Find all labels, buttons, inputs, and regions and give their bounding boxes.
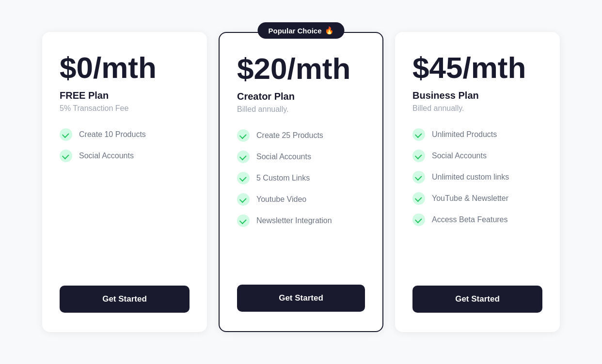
popular-badge: Popular Choice 🔥	[257, 22, 344, 39]
popular-badge-text: Popular Choice	[268, 27, 321, 35]
list-item: Youtube Video	[237, 193, 365, 206]
feature-text: Unlimited Products	[432, 130, 497, 139]
check-icon	[412, 171, 425, 183]
list-item: Create 10 Products	[60, 128, 190, 141]
plan-billing-free: 5% Transaction Fee	[60, 104, 190, 113]
feature-text: 5 Custom Links	[256, 174, 310, 182]
list-item: Newsletter Integration	[237, 214, 365, 227]
list-item: Access Beta Features	[412, 213, 542, 226]
list-item: Unlimited custom links	[412, 171, 542, 183]
check-icon	[412, 192, 425, 205]
get-started-button-creator[interactable]: Get Started	[237, 285, 365, 312]
check-icon	[60, 128, 72, 141]
feature-text: Newsletter Integration	[256, 216, 332, 225]
list-item: 5 Custom Links	[237, 172, 365, 184]
plan-card-free: $0/mth FREE Plan 5% Transaction Fee Crea…	[42, 32, 207, 332]
feature-text: Youtube Video	[256, 195, 306, 204]
plan-name-business: Business Plan	[412, 90, 542, 101]
plan-name-creator: Creator Plan	[237, 91, 365, 102]
feature-text: YouTube & Newsletter	[432, 194, 508, 203]
feature-text: Create 25 Products	[256, 131, 323, 140]
feature-text: Social Accounts	[432, 152, 487, 160]
plan-card-creator: Popular Choice 🔥 $20/mth Creator Plan Bi…	[219, 32, 383, 332]
plan-price-free: $0/mth	[60, 51, 190, 84]
check-icon	[237, 214, 250, 227]
check-icon	[237, 151, 250, 163]
plan-price-business: $45/mth	[412, 51, 542, 84]
list-item: Unlimited Products	[412, 128, 542, 141]
plan-billing-business: Billed annually.	[412, 104, 542, 113]
feature-text: Unlimited custom links	[432, 173, 509, 182]
get-started-button-business[interactable]: Get Started	[412, 286, 542, 313]
plan-card-business: $45/mth Business Plan Billed annually. U…	[395, 32, 560, 332]
check-icon	[237, 129, 250, 142]
check-icon	[412, 150, 425, 162]
list-item: Social Accounts	[412, 150, 542, 162]
check-icon	[412, 128, 425, 141]
list-item: Social Accounts	[60, 150, 190, 162]
plan-price-creator: $20/mth	[237, 52, 365, 85]
features-list-creator: Create 25 Products Social Accounts 5 Cus…	[237, 129, 365, 267]
list-item: YouTube & Newsletter	[412, 192, 542, 205]
check-icon	[237, 172, 250, 184]
feature-text: Access Beta Features	[432, 215, 508, 224]
features-list-free: Create 10 Products Social Accounts	[60, 128, 190, 268]
features-list-business: Unlimited Products Social Accounts Unlim…	[412, 128, 542, 268]
plan-billing-creator: Billed annually.	[237, 105, 365, 114]
feature-text: Social Accounts	[256, 152, 311, 161]
fire-icon: 🔥	[325, 26, 334, 35]
check-icon	[237, 193, 250, 206]
get-started-button-free[interactable]: Get Started	[60, 286, 190, 313]
feature-text: Create 10 Products	[79, 130, 146, 139]
check-icon	[412, 213, 425, 226]
list-item: Create 25 Products	[237, 129, 365, 142]
plan-name-free: FREE Plan	[60, 90, 190, 101]
check-icon	[60, 150, 72, 162]
list-item: Social Accounts	[237, 151, 365, 163]
pricing-container: $0/mth FREE Plan 5% Transaction Fee Crea…	[0, 3, 602, 361]
feature-text: Social Accounts	[79, 152, 134, 160]
